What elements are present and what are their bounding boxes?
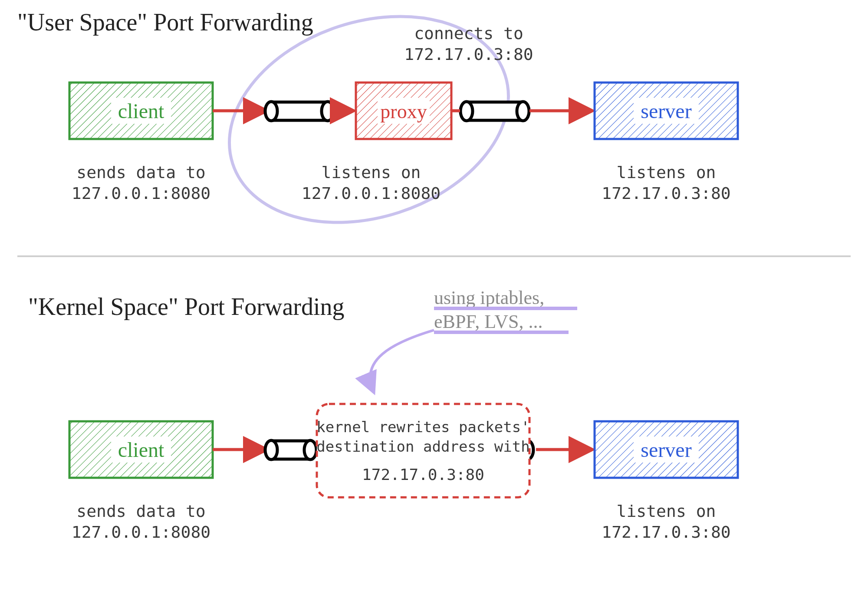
server-listens2-bottom: 172.17.0.3:80 xyxy=(602,523,730,542)
title-user-space: "User Space" Port Forwarding xyxy=(17,9,313,36)
proxy-listens1: listens on xyxy=(322,163,421,182)
server-listens1-bottom: listens on xyxy=(617,502,716,521)
proxy-connects2: 172.17.0.3:80 xyxy=(404,45,533,64)
kernel-line3: 172.17.0.3:80 xyxy=(362,466,484,483)
svg-point-14 xyxy=(460,102,473,121)
server-box-top: server xyxy=(595,83,738,139)
client-sub2-bottom: 127.0.0.1:8080 xyxy=(72,523,210,542)
client-sub2-top: 127.0.0.1:8080 xyxy=(72,184,210,203)
client-box-top: client xyxy=(69,83,213,139)
svg-point-15 xyxy=(517,102,529,121)
svg-point-23 xyxy=(265,440,277,460)
proxy-label: proxy xyxy=(380,100,427,122)
kernel-line2: destination address with xyxy=(316,438,529,455)
pipe-top-left xyxy=(265,102,334,121)
client-label-top: client xyxy=(118,99,164,122)
client-sub1-top: sends data to xyxy=(76,163,205,182)
svg-point-9 xyxy=(265,102,277,121)
iptables-annotation: using iptables, eBPF, LVS, ... xyxy=(434,287,577,332)
server-label-top: server xyxy=(641,99,691,122)
server-listens1-top: listens on xyxy=(617,163,716,182)
title-kernel-space: "Kernel Space" Port Forwarding xyxy=(28,293,344,320)
client-box-bottom: client xyxy=(69,421,213,478)
client-sub1-bottom: sends data to xyxy=(76,502,205,521)
svg-point-10 xyxy=(322,102,334,121)
kernel-rewrite-box: kernel rewrites packets' destination add… xyxy=(316,404,529,497)
svg-rect-13 xyxy=(467,102,523,120)
pipe-top-right xyxy=(460,102,529,121)
client-label-bottom: client xyxy=(118,438,164,461)
proxy-connects1: connects to xyxy=(414,24,523,43)
iptables-line2: eBPF, LVS, ... xyxy=(434,311,542,332)
server-listens2-top: 172.17.0.3:80 xyxy=(602,184,730,203)
proxy-listens2: 127.0.0.1:8080 xyxy=(302,184,441,203)
server-box-bottom: server xyxy=(595,421,738,478)
iptables-line1: using iptables, xyxy=(434,287,544,308)
server-label-bottom: server xyxy=(641,438,691,461)
iptables-arrow xyxy=(370,330,434,391)
svg-rect-8 xyxy=(271,102,328,120)
kernel-line1: kernel rewrites packets' xyxy=(316,418,529,436)
svg-point-24 xyxy=(304,440,316,460)
proxy-box: proxy xyxy=(356,83,451,139)
